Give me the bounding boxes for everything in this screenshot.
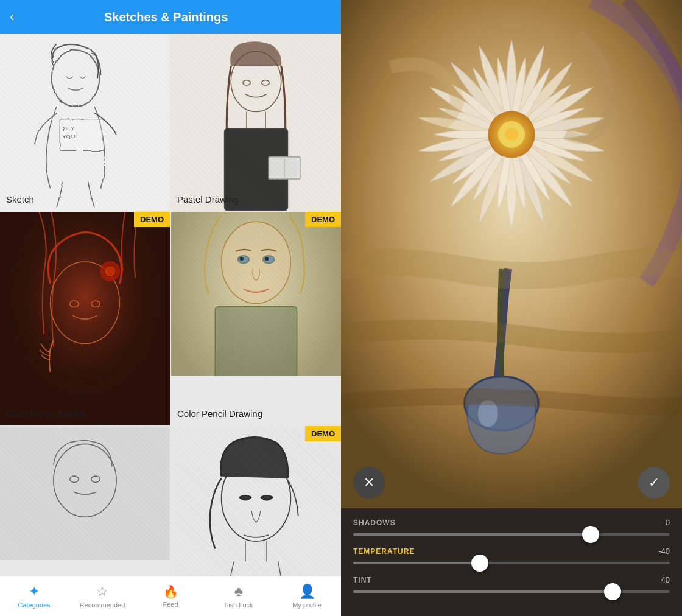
temperature-slider-row: TEMPERATURE -40 — [353, 547, 670, 564]
nav-my-profile[interactable]: 👤 My profile — [273, 581, 341, 611]
color-pencil-sketch-label: Color Pencil Sketch — [6, 408, 86, 419]
tint-value: 40 — [661, 575, 670, 584]
back-button[interactable]: ‹ — [10, 9, 14, 25]
tint-header: TINT 40 — [353, 575, 670, 584]
shadows-thumb[interactable] — [582, 526, 599, 543]
feed-icon: 🔥 — [163, 584, 178, 599]
svg-point-15 — [51, 262, 120, 343]
svg-point-23 — [238, 256, 250, 263]
gallery-item-color-pencil-sketch[interactable]: DEMO Color Pencil Sketch — [0, 212, 170, 425]
profile-icon: 👤 — [299, 584, 315, 600]
gallery-row-2: DEMO Color Pencil Sketch — [0, 212, 341, 425]
temperature-header: TEMPERATURE -40 — [353, 547, 670, 556]
svg-point-40 — [505, 128, 518, 141]
recommended-icon: ☆ — [96, 584, 108, 600]
svg-rect-11 — [269, 157, 300, 179]
svg-point-7 — [231, 51, 281, 111]
svg-rect-6 — [171, 34, 341, 211]
feed-label: Feed — [163, 601, 178, 608]
svg-rect-20 — [171, 212, 341, 376]
tint-track[interactable] — [353, 590, 670, 593]
svg-point-2 — [52, 50, 100, 107]
tint-fill — [353, 590, 613, 593]
svg-rect-28 — [0, 426, 170, 560]
shadows-header: SHADOWS 0 — [353, 518, 670, 527]
svg-rect-3 — [60, 119, 104, 151]
svg-point-26 — [265, 257, 269, 261]
categories-label: Categories — [18, 601, 50, 609]
svg-point-9 — [262, 80, 269, 85]
page-title: Sketches & Paintings — [21, 10, 311, 24]
svg-text:YOU!: YOU! — [63, 133, 77, 139]
categories-icon: ✦ — [29, 584, 40, 600]
temperature-label: TEMPERATURE — [353, 547, 415, 556]
bottom-navigation: ✦ Categories ☆ Recommended 🔥 Feed ♣ Iris… — [0, 576, 341, 616]
svg-rect-1 — [0, 34, 170, 211]
photo-editor-area: ✕ ✓ — [341, 0, 682, 508]
shadows-label: SHADOWS — [353, 519, 396, 527]
gallery-item-bottom-left[interactable] — [0, 426, 170, 576]
shadows-track[interactable] — [353, 533, 670, 536]
svg-point-16 — [100, 262, 119, 281]
svg-rect-0 — [0, 34, 170, 211]
irish-luck-label: Irish Luck — [224, 601, 253, 609]
svg-point-17 — [106, 267, 114, 275]
nav-categories[interactable]: ✦ Categories — [0, 581, 68, 611]
tint-label: TINT — [353, 576, 372, 584]
svg-point-18 — [70, 301, 79, 307]
svg-point-19 — [91, 301, 100, 307]
gallery-item-sketch[interactable]: HEY YOU! Sketch — [0, 34, 170, 211]
pastel-label: Pastel Drawing — [177, 194, 239, 205]
shadows-value: 0 — [666, 518, 670, 527]
profile-label: My profile — [292, 601, 322, 609]
svg-rect-32 — [171, 426, 341, 576]
gallery-item-pastel[interactable]: Pastel Drawing — [171, 34, 341, 211]
header: ‹ Sketches & Paintings — [0, 0, 341, 34]
left-panel: ‹ Sketches & Paintings — [0, 0, 341, 616]
shadows-slider-row: SHADOWS 0 — [353, 518, 670, 536]
action-buttons: ✕ ✓ — [341, 467, 682, 499]
temperature-value: -40 — [658, 547, 670, 556]
svg-rect-27 — [215, 307, 297, 376]
cancel-button[interactable]: ✕ — [353, 467, 385, 499]
gallery-row-3: DEMO — [0, 426, 341, 576]
tint-slider-row: TINT 40 — [353, 575, 670, 593]
svg-text:HEY: HEY — [63, 125, 74, 131]
sliders-panel: SHADOWS 0 TEMPERATURE -40 TINT 40 — [341, 508, 682, 616]
svg-point-22 — [222, 222, 291, 303]
svg-point-8 — [243, 80, 250, 85]
right-panel: ✕ ✓ SHADOWS 0 TEMPERATURE -40 — [341, 0, 682, 616]
svg-point-33 — [222, 456, 291, 542]
irish-luck-icon: ♣ — [234, 584, 243, 600]
nav-irish-luck[interactable]: ♣ Irish Luck — [205, 581, 273, 611]
temperature-thumb[interactable] — [471, 555, 488, 572]
gallery-row-1: HEY YOU! Sketch — [0, 34, 341, 211]
svg-rect-21 — [171, 212, 341, 376]
tint-thumb[interactable] — [604, 583, 621, 600]
temperature-fill — [353, 562, 480, 564]
edited-photo — [341, 0, 682, 508]
svg-rect-13 — [0, 212, 170, 425]
svg-point-31 — [91, 476, 100, 482]
gallery-item-sketch3[interactable]: DEMO — [171, 426, 341, 576]
demo-badge-sketch3: DEMO — [305, 426, 341, 441]
svg-rect-14 — [0, 212, 170, 425]
recommended-label: Recommended — [80, 601, 125, 609]
temperature-track[interactable] — [353, 562, 670, 564]
gallery-item-color-pencil-drawing[interactable]: DEMO Color Pencil Drawing — [171, 212, 341, 425]
nav-feed[interactable]: 🔥 Feed — [136, 582, 205, 611]
gallery-grid: HEY YOU! Sketch — [0, 34, 341, 576]
svg-point-25 — [240, 257, 244, 261]
confirm-button[interactable]: ✓ — [638, 467, 670, 499]
sketch-label: Sketch — [6, 194, 34, 205]
nav-recommended[interactable]: ☆ Recommended — [68, 581, 136, 611]
demo-badge-color-pencil: DEMO — [305, 212, 341, 227]
demo-badge-color-pencil-sketch: DEMO — [134, 212, 170, 227]
svg-point-29 — [54, 444, 116, 517]
shadows-fill — [353, 533, 591, 536]
color-pencil-drawing-label: Color Pencil Drawing — [177, 408, 262, 419]
svg-point-24 — [263, 256, 275, 263]
svg-point-30 — [70, 476, 79, 482]
